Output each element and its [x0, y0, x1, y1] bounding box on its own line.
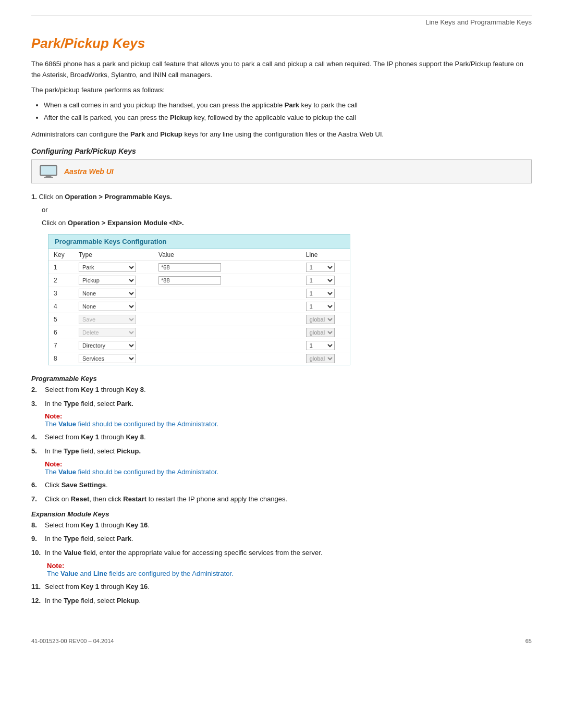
step-3-text: In the Type field, select Park. [45, 399, 133, 410]
cell-type[interactable]: Save [74, 313, 153, 326]
step-7-num: 7. [31, 494, 45, 505]
step-1-or: or [42, 205, 532, 216]
config-heading: Configuring Park/Pickup Keys [31, 147, 532, 155]
line-select[interactable]: 1 [306, 341, 335, 350]
cell-line[interactable]: 1 [301, 287, 350, 300]
table-body: 1Park12Pickup13None14None15Saveglobal6De… [48, 261, 350, 365]
step-9-num: 9. [31, 534, 45, 545]
step-12: 12. In the Type field, select Pickup. [31, 596, 532, 607]
th-value: Value [153, 249, 301, 261]
step-3-num: 3. [31, 399, 45, 410]
footer-right: 65 [525, 638, 532, 644]
table-row: 8Servicesglobal [48, 352, 350, 365]
type-select[interactable]: None [79, 289, 136, 298]
intro-para2: The park/pickup feature performs as foll… [31, 85, 532, 96]
cell-value[interactable] [153, 261, 301, 274]
cell-type[interactable]: Services [74, 352, 153, 365]
step-5-text: In the Type field, select Pickup. [45, 446, 141, 457]
cell-line[interactable]: 1 [301, 274, 350, 287]
line-select[interactable]: global [306, 354, 335, 363]
cell-line[interactable]: global [301, 313, 350, 326]
step-6-text: Click Save Settings. [45, 480, 108, 491]
line-select[interactable]: 1 [306, 302, 335, 311]
note-3-text: The Value field should be configured by … [45, 420, 218, 428]
cell-key: 8 [48, 352, 74, 365]
table-header-row: Key Type Value Line [48, 249, 350, 261]
config-table-wrapper: Programmable Keys Configuration Key Type… [48, 234, 350, 365]
table-row: 4None1 [48, 300, 350, 313]
th-type: Type [74, 249, 153, 261]
line-select[interactable]: 1 [306, 263, 335, 272]
note-5-label: Note: [45, 460, 62, 468]
cell-value[interactable] [153, 300, 301, 313]
table-row: 2Pickup1 [48, 274, 350, 287]
step-11-text: Select from Key 1 through Key 16. [45, 582, 150, 593]
step-11: 11. Select from Key 1 through Key 16. [31, 582, 532, 593]
value-input[interactable] [158, 263, 221, 272]
step-8: 8. Select from Key 1 through Key 16. [31, 520, 532, 531]
type-select[interactable]: Park [79, 263, 136, 272]
page-header: Line Keys and Programmable Keys [31, 16, 532, 26]
cell-key: 6 [48, 326, 74, 339]
cell-type[interactable]: None [74, 300, 153, 313]
cell-value[interactable] [153, 313, 301, 326]
type-select[interactable]: None [79, 302, 136, 311]
cell-type[interactable]: Directory [74, 339, 153, 352]
cell-type[interactable]: None [74, 287, 153, 300]
type-select[interactable]: Directory [79, 341, 136, 350]
line-select[interactable]: global [306, 315, 335, 324]
step-6-num: 6. [31, 480, 45, 491]
table-row: 7Directory1 [48, 339, 350, 352]
step-5-num: 5. [31, 446, 45, 457]
cell-value[interactable] [153, 274, 301, 287]
cell-line[interactable]: global [301, 326, 350, 339]
cell-type[interactable]: Pickup [74, 274, 153, 287]
monitor-icon [39, 164, 58, 179]
step-8-text: Select from Key 1 through Key 16. [45, 520, 150, 531]
cell-key: 7 [48, 339, 74, 352]
cell-line[interactable]: global [301, 352, 350, 365]
bullet-1: When a call comes in and you pickup the … [44, 100, 532, 111]
type-select[interactable]: Save [79, 315, 136, 324]
cell-type[interactable]: Park [74, 261, 153, 274]
step-12-text: In the Type field, select Pickup. [45, 596, 141, 607]
svg-rect-3 [44, 177, 53, 178]
type-select[interactable]: Pickup [79, 276, 136, 285]
step-9-text: In the Type field, select Park. [45, 534, 133, 545]
intro-para3: Administrators can configure the Park an… [31, 129, 532, 140]
note-10-text: The Value and Line fields are configured… [47, 570, 234, 577]
svg-rect-1 [41, 166, 56, 175]
step-4: 4. Select from Key 1 through Key 8. [31, 432, 532, 443]
type-select[interactable]: Delete [79, 328, 136, 337]
line-select[interactable]: global [306, 328, 335, 337]
cell-line[interactable]: 1 [301, 339, 350, 352]
bullet-2: After the call is parked, you can press … [44, 112, 532, 124]
cell-value[interactable] [153, 287, 301, 300]
type-select[interactable]: Services [79, 354, 136, 363]
cell-key: 5 [48, 313, 74, 326]
note-3-label: Note: [45, 412, 62, 420]
step-3-note: Note: The Value field should be configur… [45, 412, 532, 428]
config-table: Key Type Value Line 1Park12Pickup13None1… [48, 249, 350, 365]
line-select[interactable]: 1 [306, 289, 335, 298]
step-5: 5. In the Type field, select Pickup. [31, 446, 532, 457]
cell-line[interactable]: 1 [301, 300, 350, 313]
th-key: Key [48, 249, 74, 261]
step-5-note: Note: The Value field should be configur… [45, 460, 532, 476]
svg-rect-2 [46, 176, 52, 177]
note-10-label: Note: [47, 562, 64, 570]
cell-type[interactable]: Delete [74, 326, 153, 339]
value-input[interactable] [158, 276, 221, 285]
cell-line[interactable]: 1 [301, 261, 350, 274]
cell-value[interactable] [153, 352, 301, 365]
line-select[interactable]: 1 [306, 276, 335, 285]
table-row: 1Park1 [48, 261, 350, 274]
step-10-note: Note: The Value and Line fields are conf… [47, 562, 532, 577]
step-4-num: 4. [31, 432, 45, 443]
page-title: Park/Pickup Keys [31, 35, 532, 52]
step-1-num: 1. [31, 193, 37, 201]
cell-value[interactable] [153, 326, 301, 339]
step-4-text: Select from Key 1 through Key 8. [45, 432, 146, 443]
cell-key: 4 [48, 300, 74, 313]
cell-value[interactable] [153, 339, 301, 352]
